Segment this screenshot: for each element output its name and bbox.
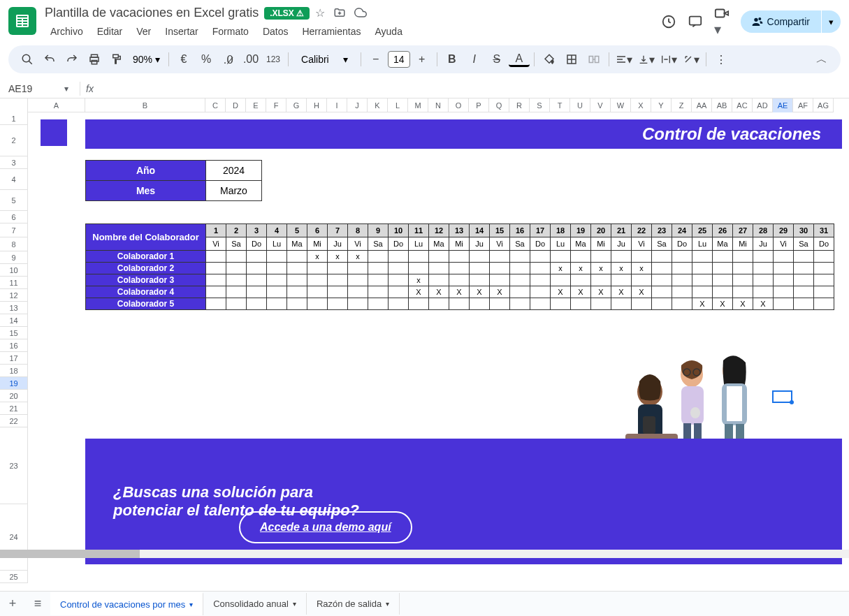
vacation-cell[interactable] (510, 286, 530, 298)
format-123-icon[interactable]: 123 (263, 49, 284, 70)
row-header-21[interactable]: 21 (0, 402, 28, 415)
move-icon[interactable] (333, 6, 346, 20)
vacation-cell[interactable] (247, 263, 267, 274)
spreadsheet-grid[interactable]: ABCDEFGHIJKLMNOPQRSTUVWXYZAAABACADAEAFAG… (0, 98, 849, 583)
vacation-cell[interactable] (206, 286, 226, 298)
vacation-cell[interactable]: x (328, 251, 348, 263)
vacation-cell[interactable] (287, 298, 307, 310)
col-header-AA[interactable]: AA (692, 98, 712, 112)
vacation-cell[interactable] (713, 263, 733, 274)
halign-icon[interactable]: ▾ (614, 49, 634, 70)
vacation-cell[interactable] (267, 286, 287, 298)
vacation-cell[interactable] (470, 251, 490, 263)
vacation-cell[interactable] (226, 251, 247, 263)
vacation-cell[interactable] (490, 251, 510, 263)
vacation-cell[interactable] (794, 251, 814, 263)
horizontal-scrollbar[interactable] (0, 550, 849, 558)
formula-input[interactable] (94, 83, 841, 94)
share-dropdown[interactable]: ▾ (822, 10, 841, 33)
vacation-cell[interactable] (389, 298, 409, 310)
vacation-cell[interactable] (368, 263, 389, 274)
vacation-cell[interactable] (814, 298, 834, 310)
col-header-N[interactable]: N (428, 98, 449, 112)
col-header-D[interactable]: D (226, 98, 246, 112)
decrease-decimal-icon[interactable]: .0̷ (218, 49, 239, 70)
vacation-cell[interactable] (611, 298, 632, 310)
vacation-cell[interactable] (247, 286, 267, 298)
vacation-cell[interactable] (206, 251, 226, 263)
vacation-cell[interactable] (753, 286, 774, 298)
vacation-cell[interactable]: X (591, 286, 611, 298)
vacation-cell[interactable] (774, 298, 794, 310)
col-header-B[interactable]: B (85, 98, 205, 112)
vacation-cell[interactable] (713, 251, 733, 263)
vacation-cell[interactable] (530, 286, 551, 298)
menu-ver[interactable]: Ver (131, 23, 157, 40)
vacation-cell[interactable] (470, 274, 490, 286)
select-all-corner[interactable] (0, 98, 28, 112)
vacation-cell[interactable] (774, 274, 794, 286)
zoom-select[interactable]: 90% ▾ (129, 54, 164, 65)
row-header-25[interactable]: 25 (0, 571, 28, 583)
vacation-cell[interactable] (429, 251, 449, 263)
vacation-cell[interactable]: x (632, 263, 652, 274)
vacation-cell[interactable] (368, 286, 389, 298)
rotate-icon[interactable]: ▾ (681, 49, 702, 70)
menu-insertar[interactable]: Insertar (159, 23, 203, 40)
more-icon[interactable]: ⋮ (711, 49, 732, 70)
vacation-cell[interactable] (591, 251, 611, 263)
col-header-Q[interactable]: Q (489, 98, 509, 112)
undo-icon[interactable] (39, 49, 60, 70)
row-header-22[interactable]: 22 (0, 415, 28, 427)
vacation-cell[interactable]: X (611, 286, 632, 298)
row-header-3[interactable]: 3 (0, 156, 28, 169)
vacation-cell[interactable]: X (733, 298, 753, 310)
vacation-cell[interactable] (368, 274, 389, 286)
vacation-cell[interactable] (328, 263, 348, 274)
vacation-cell[interactable] (429, 263, 449, 274)
all-sheets-icon[interactable]: ≡ (25, 592, 50, 617)
vacation-cell[interactable] (632, 274, 652, 286)
menu-archivo[interactable]: Archivo (45, 23, 89, 40)
vacation-cell[interactable] (571, 251, 591, 263)
vacation-cell[interactable] (449, 274, 470, 286)
col-header-Y[interactable]: Y (651, 98, 672, 112)
currency-icon[interactable]: € (173, 49, 194, 70)
vacation-cell[interactable] (530, 274, 551, 286)
col-header-AC[interactable]: AC (732, 98, 753, 112)
vacation-cell[interactable] (571, 274, 591, 286)
vacation-cell[interactable] (470, 298, 490, 310)
vacation-cell[interactable]: X (490, 286, 510, 298)
vacation-cell[interactable] (733, 263, 753, 274)
row-header-4[interactable]: 4 (0, 169, 28, 190)
row-header-13[interactable]: 13 (0, 302, 28, 314)
vacation-cell[interactable] (348, 286, 368, 298)
vacation-cell[interactable] (389, 274, 409, 286)
vacation-cell[interactable]: X (753, 298, 774, 310)
strikethrough-icon[interactable]: S (486, 49, 507, 70)
vacation-cell[interactable] (713, 274, 733, 286)
vacation-cell[interactable] (226, 263, 247, 274)
vacation-cell[interactable] (692, 286, 713, 298)
vacation-cell[interactable]: x (307, 251, 328, 263)
vacation-cell[interactable] (247, 251, 267, 263)
vacation-cell[interactable] (774, 263, 794, 274)
vacation-cell[interactable]: x (348, 251, 368, 263)
vacation-cell[interactable] (287, 251, 307, 263)
vacation-cell[interactable] (449, 298, 470, 310)
vacation-cell[interactable] (692, 263, 713, 274)
vacation-cell[interactable] (733, 274, 753, 286)
year-value[interactable]: 2024 (206, 161, 262, 181)
vacation-cell[interactable] (530, 251, 551, 263)
vacation-cell[interactable] (307, 263, 328, 274)
row-header-18[interactable]: 18 (0, 365, 28, 377)
vacation-cell[interactable] (267, 263, 287, 274)
vacation-cell[interactable] (652, 286, 672, 298)
vacation-cell[interactable] (267, 251, 287, 263)
row-header-12[interactable]: 12 (0, 289, 28, 302)
vacation-cell[interactable] (389, 263, 409, 274)
vacation-cell[interactable]: X (449, 286, 470, 298)
col-header-AG[interactable]: AG (813, 98, 834, 112)
bold-icon[interactable]: B (442, 49, 463, 70)
vacation-cell[interactable] (206, 263, 226, 274)
